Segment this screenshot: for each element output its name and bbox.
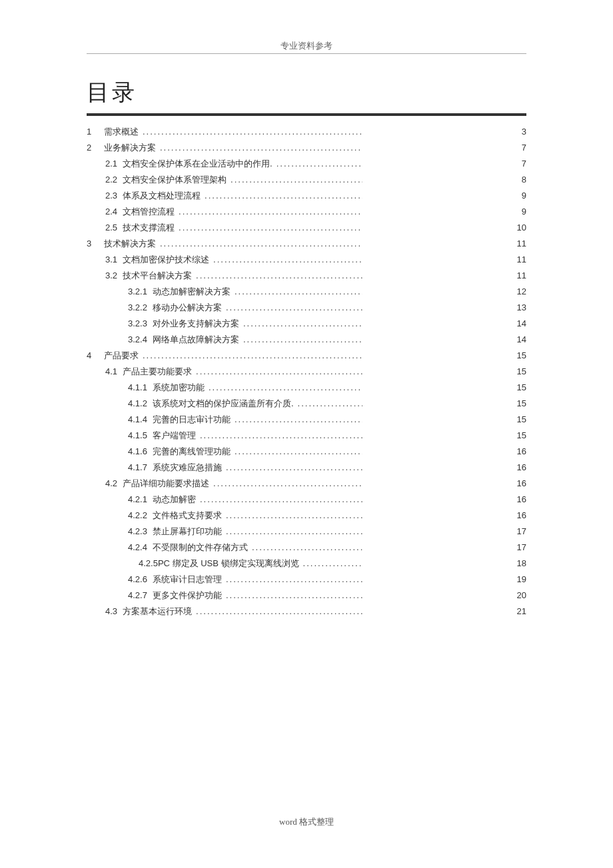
- toc-entry-label: 产品详细功能要求描述: [123, 476, 213, 492]
- toc-entry: 4产品要求15: [87, 348, 526, 364]
- toc-entry-leader: [196, 604, 362, 620]
- toc-entry-number: 4.1: [105, 364, 123, 380]
- toc-entry: 2.4文档管控流程9: [87, 204, 526, 220]
- toc-entry-leader: [303, 556, 362, 572]
- toc-entry-number: 4.2.7: [128, 588, 153, 604]
- toc-entry-leader: [231, 172, 362, 188]
- toc-entry: 2.2文档安全保护体系管理架构8: [87, 172, 526, 188]
- toc-entry-label: 体系及文档处理流程: [123, 188, 205, 204]
- toc-entry-number: 3.2.1: [128, 284, 153, 300]
- toc-entry: 4.2产品详细功能要求描述16: [87, 476, 526, 492]
- toc-entry-label: 移动办公解决方案: [153, 300, 226, 316]
- toc-entry-page: 15: [509, 364, 526, 380]
- toc-entry-number: 4.2: [105, 476, 123, 492]
- title-rule: [87, 113, 526, 116]
- toc-entry-page: 19: [509, 572, 526, 588]
- toc-entry-number: 4.1.6: [128, 444, 153, 460]
- toc-entry-label: 系统加密功能: [153, 380, 209, 396]
- toc-entry-page: 7: [509, 156, 526, 172]
- toc-entry: 4.2.1动态加解密16: [87, 492, 526, 508]
- toc-entry-page: 17: [509, 540, 526, 556]
- toc-entry-page: 3: [509, 124, 526, 140]
- toc-entry-leader: [243, 332, 362, 348]
- toc-entry-page: 11: [509, 268, 526, 284]
- toc-entry-number: 4.1.1: [128, 380, 153, 396]
- toc-entry-label: 动态加解密: [153, 492, 200, 508]
- toc-entry-leader: [226, 300, 362, 316]
- toc-entry-leader: [200, 492, 362, 508]
- toc-entry-page: 20: [509, 588, 526, 604]
- toc-entry: 4.2.4不受限制的文件存储方式17: [87, 540, 526, 556]
- toc-entry-label: 需求概述: [104, 124, 143, 140]
- toc-entry-page: 16: [509, 476, 526, 492]
- toc-entry: 4.1.5客户端管理15: [87, 428, 526, 444]
- toc-entry: 4.1.4完善的日志审计功能15: [87, 412, 526, 428]
- toc-entry: 2.5技术支撑流程10: [87, 220, 526, 236]
- toc-entry: 3.2.3对外业务支持解决方案14: [87, 316, 526, 332]
- toc-entry-leader: [160, 236, 362, 252]
- toc-entry-number: 4.2.6: [128, 572, 153, 588]
- toc-entry: 2.3体系及文档处理流程9: [87, 188, 526, 204]
- toc-entry: 4.2.7更多文件保护功能20: [87, 588, 526, 604]
- toc-entry-number: 4.1.7: [128, 460, 153, 476]
- toc-entry-label: 完善的日志审计功能: [153, 412, 235, 428]
- toc-entry-page: 21: [509, 604, 526, 620]
- toc-entry: 2.1文档安全保护体系在企业活动中的作用.7: [87, 156, 526, 172]
- toc-entry-number: 2.5: [105, 220, 123, 236]
- toc-entry-leader: [235, 412, 362, 428]
- toc-entry-page: 11: [509, 252, 526, 268]
- toc-entry-number: 4.2.4: [128, 540, 153, 556]
- toc-entry-number: 2.4: [105, 204, 123, 220]
- toc-entry-leader: [196, 268, 362, 284]
- page-container: 专业资料参考 目录 1需求概述32业务解决方案72.1文档安全保护体系在企业活动…: [0, 0, 613, 868]
- toc-entry-label: 文档管控流程: [123, 204, 179, 220]
- toc-entry-label: 网络单点故障解决方案: [153, 332, 243, 348]
- toc-entry-page: 16: [509, 460, 526, 476]
- toc-entry-label: 文件格式支持要求: [153, 508, 226, 524]
- toc-entry-leader: [226, 572, 362, 588]
- toc-entry-label: 业务解决方案: [104, 140, 160, 156]
- toc-entry-number: 4.2.2: [128, 508, 153, 524]
- toc-entry-number: 4.1.2: [128, 396, 153, 412]
- toc-entry-label: 产品主要功能要求: [123, 364, 196, 380]
- toc-entry-number: 2.2: [105, 172, 123, 188]
- toc-entry-page: 15: [509, 412, 526, 428]
- toc-entry-label: 系统灾难应急措施: [153, 460, 226, 476]
- toc-entry-label: 不受限制的文件存储方式: [153, 540, 252, 556]
- page-title: 目录: [87, 77, 526, 108]
- toc-entry-number: 3.1: [105, 252, 123, 268]
- toc-entry: 4.1.6完善的离线管理功能16: [87, 444, 526, 460]
- toc-entry-number: 4.2.1: [128, 492, 153, 508]
- toc-entry-page: 14: [509, 332, 526, 348]
- toc-entry: 4.3方案基本运行环境21: [87, 604, 526, 620]
- toc-entry-page: 8: [509, 172, 526, 188]
- toc-entry-label: 文档加密保护技术综述: [123, 252, 213, 268]
- toc-entry-page: 7: [509, 140, 526, 156]
- toc-entry-leader: [160, 140, 362, 156]
- header-note: 专业资料参考: [87, 40, 526, 52]
- toc-entry-label: 对外业务支持解决方案: [153, 316, 243, 332]
- toc-entry-number: 3.2.4: [128, 332, 153, 348]
- toc-entry-number: 4.1.5: [128, 428, 153, 444]
- toc-entry-leader: [277, 156, 362, 172]
- toc-entry-leader: [179, 220, 362, 236]
- toc-entry-page: 10: [509, 220, 526, 236]
- toc-entry-page: 12: [509, 284, 526, 300]
- toc-entry-leader: [252, 540, 362, 556]
- toc-entry-leader: [226, 460, 362, 476]
- toc-entry-page: 13: [509, 300, 526, 316]
- toc-entry-label: 文档安全保护体系在企业活动中的作用.: [123, 156, 277, 172]
- toc-entry: 4.1产品主要功能要求15: [87, 364, 526, 380]
- toc-entry-leader: [205, 188, 362, 204]
- toc-entry: 3.2技术平台解决方案11: [87, 268, 526, 284]
- toc-entry-label: 更多文件保护功能: [153, 588, 226, 604]
- toc-entry-page: 9: [509, 188, 526, 204]
- toc-entry-number: 3: [87, 236, 104, 252]
- toc-entry: 2业务解决方案7: [87, 140, 526, 156]
- toc-entry-page: 15: [509, 348, 526, 364]
- toc-entry: 4.1.7系统灾难应急措施16: [87, 460, 526, 476]
- toc-entry-page: 16: [509, 444, 526, 460]
- toc-entry: 3技术解决方案11: [87, 236, 526, 252]
- toc-entry-leader: [209, 380, 362, 396]
- toc-entry-number: 2: [87, 140, 104, 156]
